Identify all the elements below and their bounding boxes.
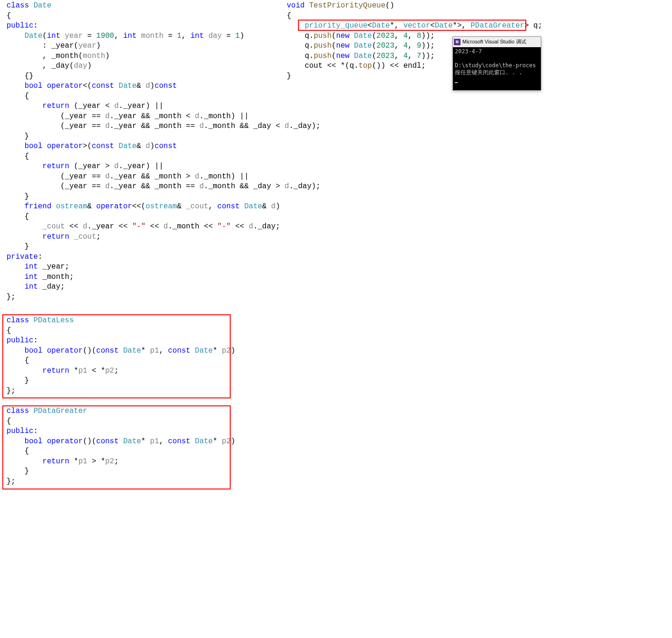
number: 4 <box>403 32 408 40</box>
brace: { <box>24 213 29 221</box>
code-block-date: class Date { public: Date(int year = 190… <box>7 1 287 302</box>
member: _year <box>123 162 146 170</box>
type: Date <box>34 1 51 10</box>
braces: {} <box>24 72 33 80</box>
param: d <box>195 172 199 181</box>
console-titlebar[interactable]: ⧉ Microsoft Visual Studio 调试 <box>453 37 541 47</box>
param: d <box>146 82 150 90</box>
param: day <box>74 62 87 70</box>
param: month <box>141 32 163 40</box>
param: d <box>114 162 119 170</box>
number: 1 <box>235 32 240 40</box>
param: d <box>114 102 119 110</box>
keyword: int <box>24 262 38 271</box>
number: 2023 <box>376 32 394 40</box>
method: push <box>314 42 332 50</box>
keyword: const <box>155 82 177 90</box>
member: _year <box>114 112 136 121</box>
member: _year <box>51 42 74 50</box>
type: Date <box>354 32 372 40</box>
keyword: operator <box>47 82 83 90</box>
console-line: D:\study\code\the-proces <box>455 62 536 69</box>
member: _year <box>123 102 146 110</box>
keyword: new <box>336 42 350 50</box>
number: 9 <box>417 42 422 50</box>
brace: }; <box>7 293 15 301</box>
member: _day <box>253 182 271 191</box>
function: TestPriorityQueue <box>309 1 385 10</box>
member: _month <box>208 182 235 191</box>
member: _month <box>204 172 231 181</box>
method: push <box>314 32 332 40</box>
page-root: { "left": { "l1a": "class", "l1b": "Date… <box>0 0 672 638</box>
param: d <box>284 122 289 130</box>
brace: { <box>7 12 11 20</box>
keyword: const <box>155 142 177 150</box>
var: q <box>533 21 538 30</box>
vs-icon: ⧉ <box>454 39 460 45</box>
number: 8 <box>417 32 422 40</box>
keyword: int <box>123 32 137 40</box>
method: push <box>314 52 332 60</box>
member: _year <box>114 172 136 181</box>
keyword: const <box>92 82 114 90</box>
number: 4 <box>403 52 408 60</box>
member: _month <box>204 112 231 121</box>
type: Date <box>244 202 262 211</box>
param: d <box>199 122 204 130</box>
type: Date <box>119 142 136 150</box>
param: d <box>146 142 150 150</box>
highlight-pdataless <box>2 314 231 398</box>
number: 4 <box>403 42 408 50</box>
type: ostream <box>56 202 87 211</box>
number: 7 <box>417 52 422 60</box>
member: _day <box>42 283 60 291</box>
highlight-pdatagreater <box>2 405 231 489</box>
console-window[interactable]: ⧉ Microsoft Visual Studio 调试 2023-4-7 D:… <box>453 36 541 91</box>
console-line: 按任意键关闭此窗口. . . <box>455 69 522 76</box>
member: _year <box>65 112 87 121</box>
keyword: return <box>42 162 70 170</box>
keyword: bool <box>24 142 42 150</box>
member: _month <box>155 122 182 130</box>
var: endl <box>403 62 421 70</box>
param: d <box>105 112 110 121</box>
highlight-priority-queue-decl <box>298 20 526 31</box>
param: d <box>105 182 110 191</box>
member: _month <box>155 182 182 191</box>
param: year <box>78 42 96 50</box>
keyword: int <box>24 273 38 281</box>
member: _year <box>114 122 136 130</box>
brace: } <box>287 72 291 80</box>
member: _day <box>294 182 311 191</box>
number: 1900 <box>96 32 114 40</box>
keyword: operator <box>96 202 132 211</box>
param: d <box>83 222 87 231</box>
keyword: int <box>191 32 204 40</box>
member: _year <box>92 222 114 231</box>
console-line: 2023-4-7 <box>455 48 482 55</box>
type: ostream <box>146 202 177 211</box>
param: month <box>83 52 105 60</box>
brace: { <box>287 12 291 20</box>
brace: } <box>24 132 29 141</box>
brace: } <box>24 242 29 251</box>
member: _year <box>78 162 101 170</box>
member: _month <box>155 172 182 181</box>
number: 1 <box>177 32 182 40</box>
member: _year <box>65 172 87 181</box>
member: _month <box>208 122 235 130</box>
member: _year <box>65 182 87 191</box>
brace: } <box>24 192 29 201</box>
var: q <box>304 32 309 40</box>
type: Date <box>354 52 372 60</box>
method: top <box>359 62 372 70</box>
keyword: private <box>7 253 38 261</box>
brace: { <box>24 92 29 100</box>
keyword: return <box>42 102 70 110</box>
member: _year <box>65 122 87 130</box>
var: cout <box>304 62 322 70</box>
param: _cout <box>42 222 65 231</box>
param: day <box>208 32 222 40</box>
param: d <box>249 222 254 231</box>
